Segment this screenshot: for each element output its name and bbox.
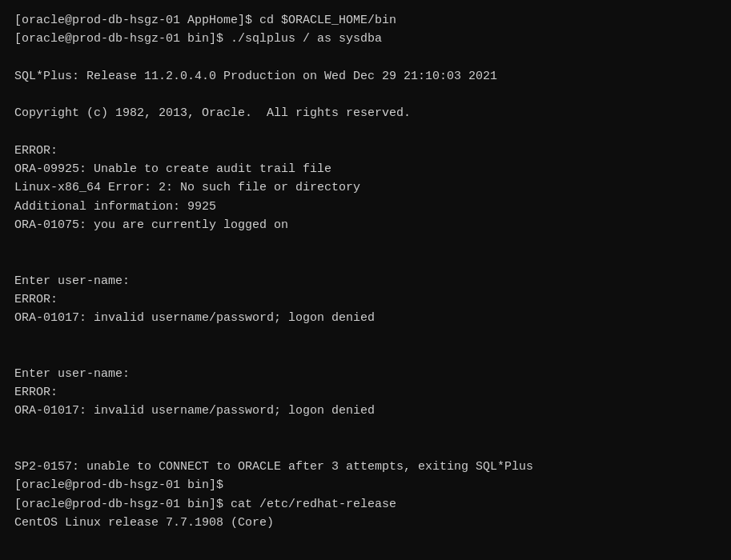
terminal-line-error1_logon: ORA-01075: you are currently logged on (14, 216, 717, 234)
terminal-line-sqlplus_version: SQL*Plus: Release 11.2.0.4.0 Production … (14, 67, 717, 86)
terminal-line-enter_user2: Enter user-name: (14, 365, 717, 383)
terminal-line-error1_msg: ORA-09925: Unable to create audit trail … (14, 160, 717, 178)
terminal-line-blank5 (14, 253, 717, 271)
terminal-line-cmd1: [oracle@prod-db-hsgz-01 AppHome]$ cd $OR… (14, 11, 717, 30)
terminal-line-blank2 (14, 86, 717, 104)
terminal-line-error3_label: ERROR: (14, 383, 717, 402)
terminal-line-sp2_msg: SP2-0157: unable to CONNECT to ORACLE af… (14, 458, 717, 476)
terminal-line-blank8 (14, 421, 717, 439)
terminal-line-error1_addl: Additional information: 9925 (14, 198, 717, 216)
terminal-line-error1_linux: Linux-x86_64 Error: 2: No such file or d… (14, 178, 717, 197)
terminal-line-error3_msg: ORA-01017: invalid username/password; lo… (14, 402, 717, 420)
terminal-line-error1_label: ERROR: (14, 142, 717, 160)
terminal-line-enter_user1: Enter user-name: (14, 272, 717, 290)
terminal-line-blank6 (14, 327, 717, 346)
terminal-line-blank1 (14, 49, 717, 67)
terminal-line-centos_release: CentOS Linux release 7.7.1908 (Core) (14, 514, 717, 532)
terminal-line-cmd4: [oracle@prod-db-hsgz-01 bin]$ cat /etc/r… (14, 495, 717, 514)
terminal-window[interactable]: [oracle@prod-db-hsgz-01 AppHome]$ cd $OR… (0, 0, 731, 560)
terminal-line-blank7 (14, 346, 717, 365)
terminal-line-blank9 (14, 439, 717, 458)
terminal-line-blank3 (14, 123, 717, 142)
terminal-line-error2_label: ERROR: (14, 290, 717, 309)
terminal-line-error2_msg: ORA-01017: invalid username/password; lo… (14, 309, 717, 327)
terminal-line-copyright: Copyright (c) 1982, 2013, Oracle. All ri… (14, 104, 717, 122)
terminal-line-cmd2: [oracle@prod-db-hsgz-01 bin]$ ./sqlplus … (14, 30, 717, 48)
terminal-line-blank4 (14, 234, 717, 253)
terminal-line-cmd3: [oracle@prod-db-hsgz-01 bin]$ (14, 476, 717, 494)
